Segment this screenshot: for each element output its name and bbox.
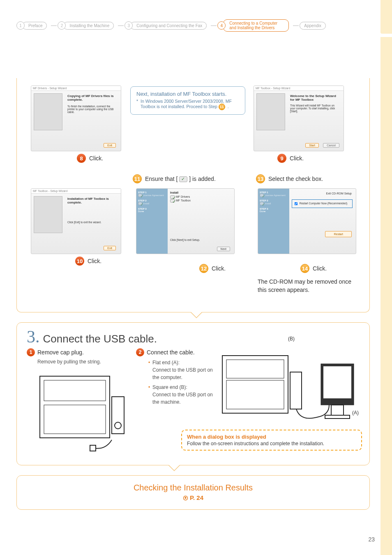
step-11-label: 11 Ensure that [ ] is added.: [133, 174, 216, 183]
svg-rect-0: [40, 376, 110, 438]
page-number: 23: [368, 536, 375, 543]
breadcrumb-item-installing[interactable]: 2 Installing the Machine: [58, 21, 114, 30]
start-button[interactable]: Start: [305, 143, 319, 148]
wizard-heading: Welcome to the Setup Wizard for MF Toolb…: [290, 94, 340, 102]
screenshot-step11: STEP 1 License Agreement STEP 2 Install …: [136, 188, 235, 254]
printer-illustration-remove-cap: [32, 368, 130, 454]
step-text: Ensure that [ ] is added.: [145, 176, 216, 182]
label-b: (B): [288, 336, 295, 342]
svg-rect-9: [290, 372, 302, 409]
list-item: MF Drivers: [176, 195, 190, 198]
note-body: In Windows 2000 Server/Server 2003/2008,…: [141, 99, 239, 110]
step-12-label: 12 Click.: [199, 264, 226, 273]
step-text: Click.: [88, 258, 101, 264]
hint-text: Click [Next] to exit Setup.: [170, 238, 200, 241]
wizard-body: Click [Exit] to exit the wizard.: [67, 221, 118, 224]
breadcrumb-label: Configuring and Connecting the Fax: [130, 22, 207, 30]
cancel-button[interactable]: Cancel: [323, 143, 339, 148]
dialog-note: When a dialog box is displayed Follow th…: [181, 430, 362, 451]
step-number-13: 13: [256, 174, 265, 183]
note-toolbox-install: Next, installation of MF Toolbox starts.…: [130, 86, 245, 115]
breadcrumb-label: Preface: [22, 22, 47, 30]
substep-2: 2 Connect the cable.: [136, 348, 214, 356]
step-text: Select the check box.: [268, 176, 323, 182]
step-label: Remove cap plug.: [37, 349, 84, 356]
breadcrumb-label: Appendix: [300, 22, 326, 30]
breadcrumb-item-fax[interactable]: 3 Configuring and Connecting the Fax: [125, 21, 207, 30]
checkbox-label: Restart Computer Now (Recommended): [300, 202, 347, 205]
column-header: Install: [170, 191, 191, 194]
breadcrumb-item-drivers[interactable]: 4 Connecting to a Computer and Installin…: [217, 19, 289, 32]
step-ref-11: 11: [219, 104, 225, 110]
wizard-graphic: [256, 93, 285, 130]
section-title: Connect the USB cable.: [43, 333, 157, 345]
step-13-label: 13 Select the check box.: [256, 174, 323, 183]
exit-setup-label: Exit CD-ROM Setup: [326, 192, 352, 195]
step-9-label: 9 Click.: [277, 154, 304, 163]
panel-install-steps: MF Drivers - Setup Wizard Copying of MF …: [16, 78, 370, 312]
step-number-9: 9: [277, 154, 286, 163]
restart-checkbox[interactable]: [295, 202, 298, 206]
screenshot-step9: MF Toolbox - Setup Wizard Welcome to the…: [254, 86, 344, 151]
breadcrumb-divider: [51, 25, 57, 26]
wizard-heading: Installation of MF Toolbox is complete.: [67, 197, 118, 204]
list-item: MF Toolbox: [176, 199, 191, 202]
label-a: (A): [352, 410, 359, 416]
breadcrumb-label: Connecting to a Computer and Installing …: [223, 19, 289, 32]
step-desc: Remove by pulling the string.: [37, 358, 129, 365]
section-heading: 3. Connect the USB cable.: [27, 327, 157, 347]
check-results-heading: Checking the Installation Results: [17, 483, 369, 493]
substep-1: 1 Remove cap plug.: [27, 348, 129, 356]
exit-button[interactable]: Exit: [104, 246, 116, 250]
wizard-graphic: [34, 93, 62, 130]
svg-rect-11: [323, 366, 351, 398]
section-number: 3.: [27, 327, 40, 347]
wizard-body: This Wizard will install MF Toolbox on y…: [290, 104, 340, 113]
breadcrumb-item-preface[interactable]: 1 Preface: [16, 21, 47, 30]
asterisk-icon: *: [136, 99, 138, 110]
window-title: MF Toolbox - Setup Wizard: [254, 86, 344, 91]
bullet-label: Flat end (A):: [152, 360, 180, 365]
step-number-14: 14: [300, 264, 309, 273]
checkmark-icon: [170, 195, 175, 199]
breadcrumb-label: Installing the Machine: [63, 22, 114, 30]
step-text: Click.: [89, 155, 103, 162]
checkmark-icon: [170, 199, 175, 203]
breadcrumb: 1 Preface 2 Installing the Machine 3 Con…: [16, 19, 367, 32]
step-label: Connect the cable.: [147, 349, 195, 356]
step-number-8: 8: [77, 154, 86, 163]
bullet-label: Square end (B):: [152, 384, 187, 390]
step-text: Click.: [313, 265, 327, 272]
window-title: MF Toolbox - Setup Wizard: [31, 189, 121, 194]
step-number-2: 2: [136, 348, 144, 356]
svg-rect-13: [325, 415, 350, 419]
exit-button[interactable]: Exit: [104, 143, 116, 148]
panel-check-results[interactable]: Checking the Installation Results P. 24: [16, 475, 370, 510]
dialog-heading: When a dialog box is displayed: [187, 434, 356, 440]
step-number-11: 11: [133, 174, 142, 183]
next-button[interactable]: Next: [217, 247, 230, 251]
wizard-heading: Copying of MF Drivers files is complete.: [67, 94, 118, 102]
step-number-10: 10: [75, 257, 84, 266]
step-text: Click.: [290, 155, 304, 162]
step-10-label: 10 Click.: [75, 257, 101, 266]
page-reference: P. 24: [17, 494, 369, 501]
step-label: Done: [138, 210, 166, 213]
breadcrumb-divider: [211, 25, 217, 26]
svg-rect-12: [331, 405, 344, 415]
step-number-12: 12: [199, 264, 208, 273]
breadcrumb-item-appendix[interactable]: Appendix: [300, 22, 326, 30]
screenshot-step13: STEP 1 License Agreement STEP 2 Install …: [258, 188, 356, 254]
printer-monitor-illustration: [218, 339, 358, 426]
svg-rect-6: [222, 356, 288, 413]
panel-connect-usb: 3. Connect the USB cable. 1 Remove cap p…: [16, 322, 370, 465]
step-14-label: 14 Click.: [300, 264, 327, 273]
window-title: MF Drivers - Setup Wizard: [31, 86, 121, 91]
step-text: Click.: [212, 265, 226, 272]
wizard-body: To finish the installation, connect the …: [67, 105, 118, 113]
checkmark-icon: [179, 176, 187, 182]
screenshot-step10: MF Toolbox - Setup Wizard Installation o…: [31, 188, 121, 254]
restart-button[interactable]: Restart: [325, 231, 352, 237]
dialog-body: Follow the on-screen instructions and co…: [187, 441, 356, 446]
step-label: Done: [260, 210, 288, 213]
